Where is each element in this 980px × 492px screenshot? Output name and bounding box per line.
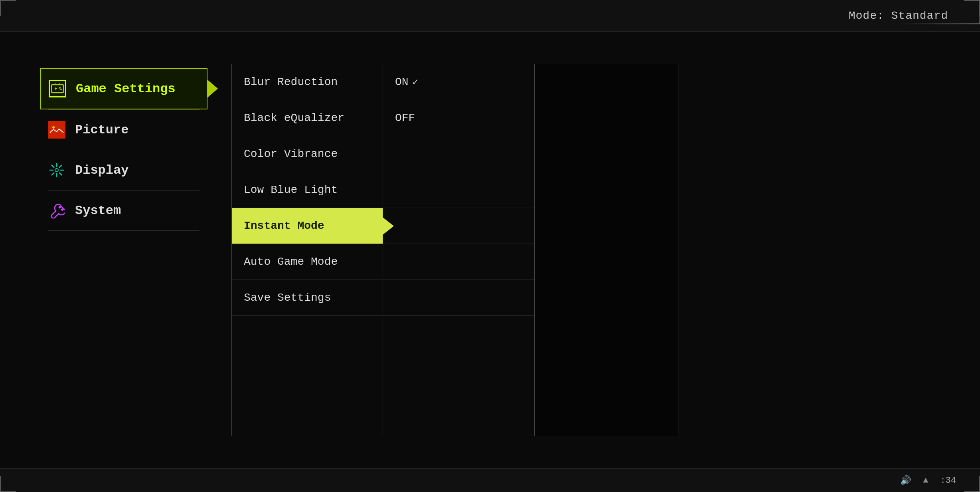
sidebar-item-system[interactable]: System xyxy=(40,190,207,230)
sidebar-item-picture[interactable]: Picture xyxy=(40,110,207,150)
speaker-icon: 🔊 xyxy=(900,475,911,486)
svg-point-17 xyxy=(55,169,58,172)
value-blur-reduction: ON ✓ xyxy=(383,64,534,100)
value-instant-mode xyxy=(383,208,534,244)
svg-line-15 xyxy=(59,165,62,168)
corner-tl xyxy=(0,0,16,16)
svg-point-8 xyxy=(52,126,55,129)
sidebar-system-label: System xyxy=(75,203,121,218)
picture-icon xyxy=(48,121,65,139)
value-save-settings xyxy=(383,280,534,316)
mode-label: Mode: Standard xyxy=(849,10,948,22)
top-bar: Mode: Standard xyxy=(0,0,980,32)
menu-item-auto-game-mode[interactable]: Auto Game Mode xyxy=(232,244,383,280)
sidebar-item-game-settings[interactable]: Game Settings xyxy=(40,68,207,109)
value-black-equalizer: OFF xyxy=(383,100,534,136)
main-content: Game Settings Picture xyxy=(0,32,980,468)
svg-rect-7 xyxy=(50,124,63,135)
divider-4 xyxy=(48,230,200,231)
network-icon: ▲ xyxy=(923,476,928,486)
menu-item-color-vibrance[interactable]: Color Vibrance xyxy=(232,136,383,172)
system-icon xyxy=(48,202,65,219)
connector-line xyxy=(900,23,980,24)
menu-item-blur-reduction[interactable]: Blur Reduction xyxy=(232,64,383,100)
clock: :34 xyxy=(940,476,956,486)
svg-line-16 xyxy=(51,173,54,175)
menu-item-instant-mode[interactable]: Instant Mode xyxy=(232,208,383,244)
values-panel: ON ✓ OFF xyxy=(383,64,535,436)
value-empty xyxy=(383,316,534,352)
sidebar: Game Settings Picture xyxy=(40,64,207,436)
menu-panel: Blur Reduction Black eQualizer Color Vib… xyxy=(231,64,383,436)
corner-bl xyxy=(0,476,16,492)
display-icon xyxy=(48,161,65,179)
value-low-blue-light xyxy=(383,172,534,208)
svg-line-14 xyxy=(59,173,62,175)
bottom-bar: 🔊 ▲ :34 xyxy=(0,468,980,492)
check-mark-on: ✓ xyxy=(413,76,418,88)
right-panel xyxy=(535,64,678,436)
svg-point-3 xyxy=(59,87,61,89)
menu-item-black-equalizer[interactable]: Black eQualizer xyxy=(232,100,383,136)
corner-tr xyxy=(964,0,980,16)
menu-item-empty xyxy=(232,316,383,352)
sidebar-picture-label: Picture xyxy=(75,123,128,137)
value-auto-game-mode xyxy=(383,244,534,280)
menu-item-low-blue-light[interactable]: Low Blue Light xyxy=(232,172,383,208)
sidebar-display-label: Display xyxy=(75,163,128,178)
sidebar-item-display[interactable]: Display xyxy=(40,150,207,190)
game-settings-icon xyxy=(49,80,66,97)
svg-rect-0 xyxy=(51,85,63,93)
svg-line-13 xyxy=(51,165,54,168)
value-color-vibrance xyxy=(383,136,534,172)
corner-br xyxy=(964,476,980,492)
sidebar-game-settings-label: Game Settings xyxy=(76,81,176,96)
menu-item-save-settings[interactable]: Save Settings xyxy=(232,280,383,316)
svg-point-4 xyxy=(60,89,62,90)
